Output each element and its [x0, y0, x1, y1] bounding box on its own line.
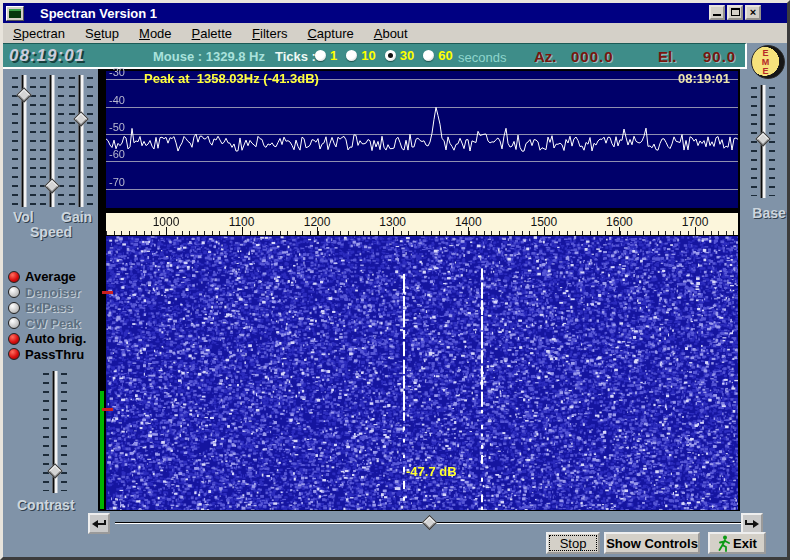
radio-circle: [385, 50, 396, 61]
led-icon: [8, 286, 20, 298]
scroll-thumb[interactable]: [422, 515, 438, 531]
ticks-label: Ticks :: [275, 49, 316, 64]
stop-button[interactable]: Stop: [546, 532, 600, 554]
freq-tick: [393, 227, 394, 235]
led-icon: [8, 333, 20, 345]
led-icon: [8, 317, 20, 329]
spectrum-ytick-label: -30: [109, 66, 125, 78]
elevation-label: El.: [658, 48, 676, 65]
peak-readout: Peak at 1358.03Hz (-41.3dB): [144, 71, 319, 86]
ticks-radio-group: 1103060: [315, 48, 453, 63]
radio-circle: [346, 50, 357, 61]
menu-palette[interactable]: Palette: [182, 26, 242, 41]
seconds-label: seconds: [458, 50, 506, 65]
freq-tick: [544, 227, 545, 235]
eme-letters: EME: [758, 49, 773, 76]
spectrum-ytick-label: -60: [109, 148, 125, 160]
contrast-label: Contrast: [17, 497, 75, 513]
waterfall-display: -47.7 dB: [106, 236, 738, 510]
toggle-label: Auto brig.: [25, 331, 86, 346]
azimuth-label: Az.: [534, 48, 557, 65]
azimuth-value: 000.0: [571, 48, 614, 65]
freq-tick: [242, 227, 243, 235]
tick-radio-30[interactable]: 30: [385, 48, 414, 63]
menu-setup[interactable]: Setup: [75, 26, 129, 41]
toggle-passthru[interactable]: PassThru: [6, 347, 98, 363]
spectrum-ytick-label: -70: [109, 176, 125, 188]
minor-ticks: [106, 231, 738, 235]
spectrum-plot: Peak at 1358.03Hz (-41.3dB) 08:19:01 -30…: [106, 71, 738, 208]
menu-bar: SpectranSetupModePaletteFiltersCaptureAb…: [3, 23, 787, 43]
menu-about[interactable]: About: [364, 26, 418, 41]
toggle-autobrig[interactable]: Auto brig.: [6, 331, 98, 347]
tick-radio-label: 10: [361, 48, 375, 63]
freq-tick: [468, 227, 469, 235]
show-controls-button[interactable]: Show Controls: [604, 532, 700, 554]
led-icon: [8, 348, 20, 360]
toggle-cwpeak[interactable]: CW Peak: [6, 316, 98, 332]
running-man-icon: [717, 535, 730, 552]
spectrum-ytick-label: -40: [109, 94, 125, 106]
toggle-label: PassThru: [25, 347, 84, 362]
maximize-button[interactable]: [727, 5, 743, 20]
freq-tick: [695, 227, 696, 235]
toggle-bdpass[interactable]: BdPass: [6, 300, 98, 316]
menu-filters[interactable]: Filters: [242, 26, 297, 41]
tick-radio-1[interactable]: 1: [315, 48, 337, 63]
toggle-denoiser[interactable]: Denoiser: [6, 285, 98, 301]
menu-mode[interactable]: Mode: [129, 26, 182, 41]
tick-radio-label: 60: [438, 48, 452, 63]
toggle-group: AverageDenoiserBdPassCW PeakAuto brig.Pa…: [6, 269, 98, 362]
tick-radio-10[interactable]: 10: [346, 48, 375, 63]
eme-button[interactable]: EME: [751, 45, 785, 79]
waterfall-level-readout: -47.7 dB: [406, 464, 457, 479]
app-icon: [6, 6, 24, 21]
speed-slider[interactable]: [40, 75, 64, 207]
toggle-label: BdPass: [25, 300, 73, 315]
close-button[interactable]: ×: [745, 5, 761, 20]
freq-tick: [619, 227, 620, 235]
led-icon: [8, 302, 20, 314]
arrow-right-icon: [744, 518, 760, 530]
radio-circle: [423, 50, 434, 61]
frequency-axis: 10001100120013001400150016001700: [106, 213, 738, 235]
window-title: Spectran Version 1: [40, 6, 157, 21]
toggle-label: Average: [25, 269, 76, 284]
menu-capture[interactable]: Capture: [297, 26, 363, 41]
red-marker-lower: [102, 408, 113, 411]
exit-button[interactable]: Exit: [708, 532, 766, 554]
title-bar: Spectran Version 1 ×: [3, 3, 787, 23]
minimize-button[interactable]: [709, 5, 725, 20]
elevation-value: 90.0: [703, 48, 736, 65]
tick-radio-label: 1: [330, 48, 337, 63]
scroll-left-button[interactable]: [88, 513, 110, 534]
gain-label: Gain: [61, 209, 92, 225]
display-area: Peak at 1358.03Hz (-41.3dB) 08:19:01 -30…: [98, 69, 740, 511]
contrast-slider[interactable]: [43, 371, 67, 493]
spectrum-ytick-label: -50: [109, 121, 125, 133]
menu-spectran[interactable]: Spectran: [3, 26, 75, 41]
tick-radio-label: 30: [400, 48, 414, 63]
spectrum-canvas[interactable]: [106, 71, 738, 208]
spectran-window: Spectran Version 1 × SpectranSetupModePa…: [0, 0, 790, 560]
speed-label: Speed: [30, 224, 72, 240]
scroll-right-button[interactable]: [741, 513, 763, 534]
radio-circle: [315, 50, 326, 61]
led-icon: [8, 271, 20, 283]
gain-slider[interactable]: [69, 75, 93, 207]
toggle-average[interactable]: Average: [6, 269, 98, 285]
clock-display: 08:19:01: [9, 46, 85, 66]
arrow-left-icon: [91, 518, 107, 530]
volume-slider[interactable]: [12, 75, 36, 207]
status-bar: 08:19:01 Mouse : 1329.8 Hz Ticks : 11030…: [3, 43, 747, 69]
freq-tick: [317, 227, 318, 235]
base-slider[interactable]: [751, 85, 775, 198]
red-marker-upper: [102, 291, 113, 294]
freq-tick: [166, 227, 167, 235]
toggle-label: CW Peak: [25, 316, 81, 331]
radio-dot: [388, 53, 393, 58]
base-label: Base: [747, 205, 790, 221]
tick-radio-60[interactable]: 60: [423, 48, 452, 63]
spectrum-clock: 08:19:01: [678, 71, 730, 86]
toggle-label: Denoiser: [25, 285, 81, 300]
